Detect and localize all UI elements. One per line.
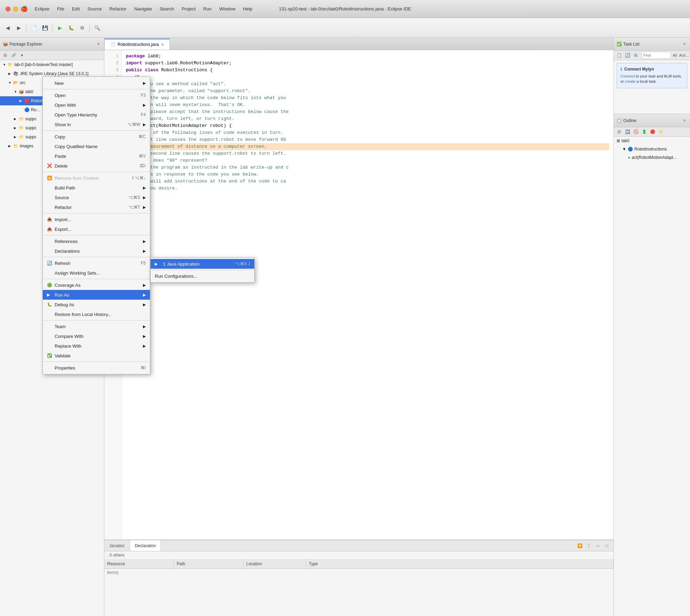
cm-item-paste[interactable]: Paste⌘V <box>43 151 150 161</box>
bottom-tab-javadoc[interactable]: Javadoc <box>104 540 130 551</box>
menu-navigate[interactable]: Navigate <box>131 6 155 12</box>
outline-filter4-btn[interactable]: ⚡ <box>657 128 665 136</box>
menu-project[interactable]: Project <box>178 6 199 12</box>
task-new-btn[interactable]: 📋 <box>615 51 623 59</box>
coverage-as-label: Coverage As <box>55 283 140 288</box>
tree-icon-jre: 📚 <box>13 71 18 76</box>
outline-filter2-btn[interactable]: 💲 <box>640 128 648 136</box>
menu-refactor[interactable]: Refactor <box>106 6 130 12</box>
outline-filter1-btn[interactable]: 🚫 <box>632 128 640 136</box>
cm-item-restore-from-history[interactable]: Restore from Local History... <box>43 309 150 319</box>
pe-menu-btn[interactable]: ▾ <box>18 51 26 59</box>
task-sync-btn[interactable]: 🔄 <box>624 51 631 59</box>
toolbar-back-btn[interactable]: ◀ <box>3 23 13 33</box>
cm-item-validate[interactable]: ✅Validate <box>43 351 150 360</box>
toolbar-external-tools-btn[interactable]: ⚙ <box>77 23 87 33</box>
toolbar-run-btn[interactable]: ▶ <box>55 23 65 33</box>
cm-item-run-as[interactable]: ▶Run As▶ <box>43 290 150 300</box>
task-acti-btn[interactable]: Acti... <box>679 53 689 57</box>
cm-item-compare-with[interactable]: Compare With▶ <box>43 331 150 341</box>
run-as-label: Run As <box>55 292 140 298</box>
cm-item-import[interactable]: 📥Import... <box>43 214 150 224</box>
tree-icon-lab0-pkg: 📦 <box>19 89 24 94</box>
menu-source[interactable]: Source <box>84 6 105 12</box>
cm-item-declarations[interactable]: Declarations▶ <box>43 246 150 256</box>
cm-item-new[interactable]: New▶ <box>43 78 150 88</box>
cm-item-refresh[interactable]: 🔄RefreshF5 <box>43 258 150 268</box>
mylyn-create-link[interactable]: create <box>625 79 636 83</box>
cm-item-source[interactable]: Source⌥⌘S▶ <box>43 193 150 202</box>
submenu-item-java-app[interactable]: ▶1 Java Application⌥⌘X J <box>151 259 254 269</box>
cm-item-team[interactable]: Team▶ <box>43 322 150 331</box>
package-explorer-close-btn[interactable]: ✕ <box>96 41 101 47</box>
outline-item-robotinstructions[interactable]: ▼ 🔵 RobotInstructions <box>614 145 690 153</box>
refactor-shortcut: ⌥⌘T <box>129 205 140 210</box>
toolbar-search-btn[interactable]: 🔍 <box>92 23 102 33</box>
submenu-item-run-config[interactable]: Run Configurations... <box>151 271 254 281</box>
task-search-input[interactable] <box>643 53 669 57</box>
pe-link-btn[interactable]: 🔗 <box>10 51 17 59</box>
bottom-tab-declaration[interactable]: Declaration <box>130 540 161 551</box>
editor-tab-robotinstructions[interactable]: 📄 RobotInstructions.java ✕ <box>104 39 170 50</box>
menu-window[interactable]: Window <box>216 6 239 12</box>
cm-item-replace-with[interactable]: Replace With▶ <box>43 341 150 351</box>
close-button[interactable] <box>6 7 10 11</box>
toolbar-debug-btn[interactable]: 🐛 <box>66 23 76 33</box>
editor-tab-close[interactable]: ✕ <box>161 43 164 47</box>
properties-shortcut: ⌘I <box>141 365 146 370</box>
bottom-panel-min-btn[interactable]: ─ <box>594 542 602 550</box>
menu-search[interactable]: Search <box>156 6 177 12</box>
task-collapse-btn[interactable]: ⊟ <box>632 51 640 59</box>
cm-item-debug-as[interactable]: 🐛Debug As▶ <box>43 300 150 309</box>
toolbar-save-btn[interactable]: 💾 <box>40 23 50 33</box>
cm-item-open-type-hierarchy[interactable]: Open Type HierarchyF4 <box>43 110 150 120</box>
cm-item-copy-qualified[interactable]: Copy Qualified Name <box>43 141 150 151</box>
cm-item-delete[interactable]: ❌Delete⌦ <box>43 161 150 171</box>
import-icon: 📥 <box>47 217 53 222</box>
cm-item-refactor[interactable]: Refactor⌥⌘T▶ <box>43 202 150 212</box>
cm-item-build-path[interactable]: Build Path▶ <box>43 183 150 193</box>
code-editor[interactable]: package lab0; import support.lab0.RobotM… <box>122 50 613 540</box>
outline-filter3-btn[interactable]: 🔴 <box>649 128 656 136</box>
assign-working-sets-label: Assign Working Sets... <box>55 270 146 276</box>
mylyn-connect-link[interactable]: Connect <box>620 74 635 78</box>
bottom-panel-menu-btn[interactable]: ⋮ <box>585 542 593 550</box>
menu-edit[interactable]: Edit <box>69 6 83 12</box>
bottom-panel-max-btn[interactable]: □ <box>603 542 611 550</box>
cm-item-export[interactable]: 📤Export... <box>43 224 150 234</box>
cm-item-copy[interactable]: Copy⌘C <box>43 132 150 141</box>
cm-item-show-in[interactable]: Show In⌥⌘W▶ <box>43 120 150 129</box>
outline-item-act[interactable]: ● act(RobotMotionAdapt... <box>614 153 690 162</box>
task-list-section: ✅ Task List ✕ 📋 🔄 ⊟ All Acti... ℹ <box>614 38 690 114</box>
tree-item-lab0-root[interactable]: ▼ 📁 lab-0 [lab-0-bsieverTest master] <box>0 60 104 69</box>
outline-collapse-btn[interactable]: ⊟ <box>615 128 623 136</box>
col-location: Location <box>243 559 306 568</box>
tree-icon-src: 📂 <box>13 80 18 85</box>
cm-item-references[interactable]: References▶ <box>43 236 150 246</box>
outline-close-btn[interactable]: ✕ <box>682 118 687 123</box>
menu-run[interactable]: Run <box>200 6 215 12</box>
pe-collapse-btn[interactable]: ⊟ <box>1 51 9 59</box>
menu-eclipse[interactable]: Eclipse <box>31 6 53 12</box>
toolbar-new-btn[interactable]: 📄 <box>29 23 39 33</box>
cm-item-coverage-as[interactable]: 🟢Coverage As▶ <box>43 280 150 290</box>
outline-sort-btn[interactable]: 🔤 <box>624 128 631 136</box>
outline-item-lab0[interactable]: ⊞ lab0 <box>614 137 690 145</box>
task-all-btn[interactable]: All <box>673 53 677 57</box>
minimize-button[interactable] <box>13 7 18 11</box>
mylyn-info-icon: ℹ <box>620 67 622 72</box>
bottom-panel-filter-btn[interactable]: 🔽 <box>576 542 584 550</box>
task-list-close-btn[interactable]: ✕ <box>682 41 687 47</box>
outline-act-icon: ● <box>628 155 630 160</box>
refresh-icon: 🔄 <box>47 261 53 266</box>
cm-item-open[interactable]: OpenF3 <box>43 90 150 100</box>
menu-file[interactable]: File <box>54 6 68 12</box>
menu-help[interactable]: Help <box>240 6 256 12</box>
java-app-submenu-label: 1 Java Application <box>163 261 200 267</box>
cm-item-assign-working-sets[interactable]: Assign Working Sets... <box>43 268 150 278</box>
toolbar-forward-btn[interactable]: ▶ <box>14 23 24 33</box>
toolbar-sep-1 <box>26 24 26 32</box>
apple-logo-icon[interactable]: 🍎 <box>21 6 28 12</box>
cm-item-open-with[interactable]: Open With▶ <box>43 100 150 110</box>
cm-item-properties[interactable]: Properties⌘I <box>43 363 150 373</box>
